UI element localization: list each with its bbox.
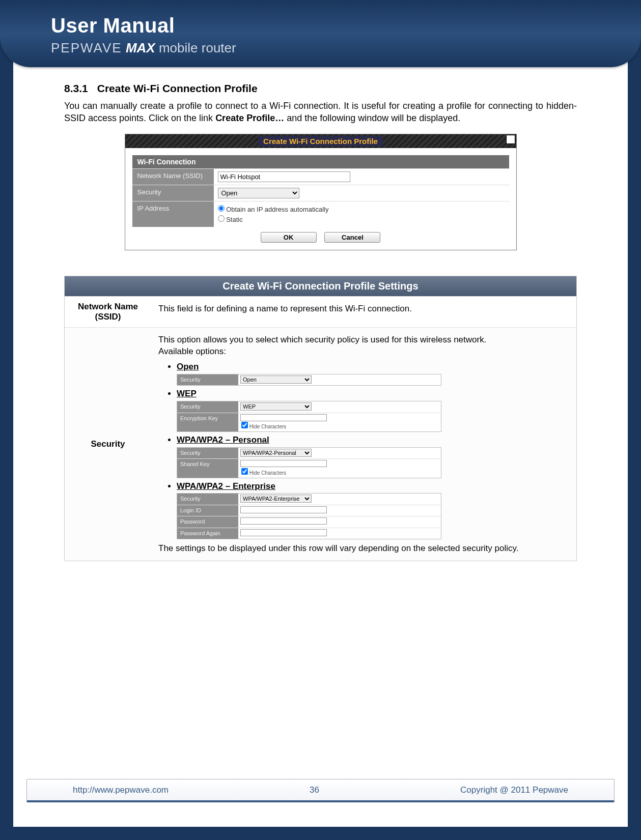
settings-row2-label: Security [65, 328, 151, 561]
mini-wpa-enterprise: SecurityWPA/WPA2-Enterprise Login ID Pas… [177, 493, 441, 539]
section-heading: 8.3.1Create Wi-Fi Connection Profile [64, 82, 577, 95]
security-outro: The settings to be displayed under this … [158, 542, 569, 555]
footer-copyright: Copyright @ 2011 Pepwave [460, 785, 568, 795]
doc-title: User Manual [51, 14, 641, 37]
security-label: Security [132, 185, 214, 201]
mini-open-select[interactable]: Open [240, 375, 312, 384]
security-intro2: Available options: [158, 345, 569, 358]
ipaddress-label: IP Address [132, 201, 214, 227]
mini-wpae-select[interactable]: WPA/WPA2-Enterprise [240, 495, 312, 503]
dialog-titlebar: Create Wi-Fi Connection Profile ✕ [125, 134, 516, 148]
mini-wpap-hide[interactable] [241, 468, 248, 475]
cancel-button[interactable]: Cancel [324, 232, 380, 243]
opt-wep: WEP [177, 389, 197, 398]
mini-wpa-personal: SecurityWPA/WPA2-Personal Shared Key Hid… [177, 447, 441, 478]
mini-wep-key[interactable] [240, 414, 327, 421]
doc-subtitle: PEPWAVE MAX mobile router [51, 40, 641, 56]
footer-page: 36 [310, 785, 319, 795]
brand-name: PEPWAVE [51, 40, 122, 55]
page-footer: http://www.pepwave.com 36 Copyright @ 20… [26, 779, 615, 802]
doc-header: User Manual PEPWAVE MAX mobile router [0, 0, 641, 67]
ip-static-label: Static [226, 216, 243, 223]
settings-table-head: Create Wi-Fi Connection Profile Settings [65, 276, 576, 296]
mini-wpae-pw[interactable] [240, 517, 327, 525]
mini-open: SecurityOpen [177, 374, 441, 386]
ssid-input[interactable] [218, 171, 350, 182]
footer-url: http://www.pepwave.com [73, 785, 169, 795]
ssid-label: Network Name (SSID) [132, 169, 214, 185]
settings-row1-desc: This field is for defining a name to rep… [151, 297, 576, 327]
product-name: MAX [126, 40, 155, 55]
opt-wpa-enterprise: WPA/WPA2 – Enterprise [177, 481, 275, 491]
close-icon[interactable]: ✕ [506, 135, 515, 144]
section-number: 8.3.1 [64, 82, 88, 95]
ip-auto-label: Obtain an IP address automatically [226, 206, 328, 213]
ok-button[interactable]: OK [261, 232, 317, 243]
dialog-section-head: Wi-Fi Connection [132, 155, 509, 168]
tagline: mobile router [159, 40, 236, 55]
ip-auto-radio[interactable] [218, 205, 225, 212]
security-intro1: This option allows you to select which s… [158, 334, 569, 346]
mini-wpap-select[interactable]: WPA/WPA2-Personal [240, 449, 312, 457]
dialog-title-text: Create Wi-Fi Connection Profile [258, 136, 383, 147]
mini-wpae-login[interactable] [240, 506, 327, 513]
section-intro: You can manually create a profile to con… [64, 100, 577, 125]
settings-table: Create Wi-Fi Connection Profile Settings… [64, 276, 577, 561]
mini-wpap-key[interactable] [240, 460, 327, 467]
ip-static-radio[interactable] [218, 215, 225, 222]
mini-wep-select[interactable]: WEP [240, 402, 312, 411]
mini-wep: SecurityWEP Encryption Key Hide Characte… [177, 401, 441, 432]
settings-row1-label: Network Name(SSID) [65, 297, 151, 327]
create-profile-dialog: Create Wi-Fi Connection Profile ✕ Wi-Fi … [125, 134, 517, 250]
section-title: Create Wi-Fi Connection Profile [97, 82, 258, 94]
security-select[interactable]: Open [218, 188, 299, 198]
mini-wpae-pw2[interactable] [240, 529, 327, 536]
mini-wep-hide[interactable] [241, 422, 248, 428]
opt-open: Open [177, 362, 199, 371]
opt-wpa-personal: WPA/WPA2 – Personal [177, 435, 269, 445]
